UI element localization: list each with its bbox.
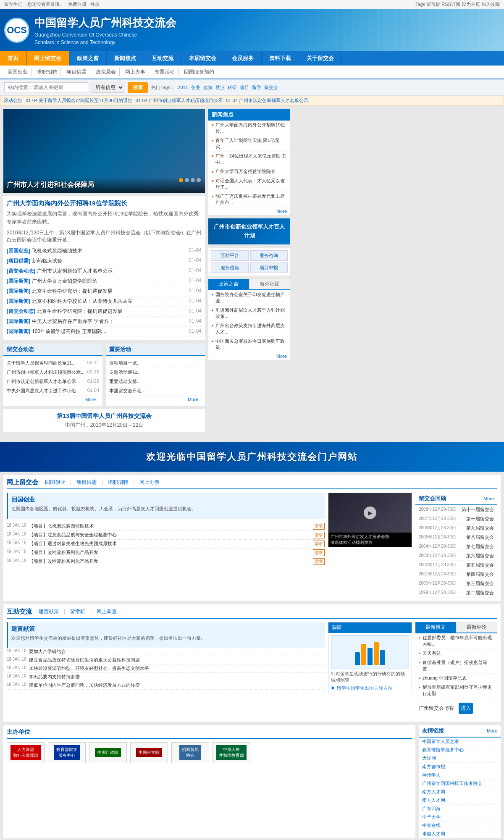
dynamic-item[interactable]: 广州市认定创新领军人才名单公示... 01-26 [7,377,99,386]
links-item[interactable]: 广东四海 [419,805,501,813]
news-focus-more[interactable]: More [208,207,290,215]
service-icon-consult[interactable]: 业务咨询 [250,250,288,261]
login-link[interactable]: 登录 [90,2,100,7]
tag-research[interactable]: 科研 [228,85,237,90]
nav-policy[interactable]: 政策之窗 [69,51,107,66]
service-icon-project[interactable]: 项目申报 [250,262,288,273]
activity-item[interactable]: 本届留交会日程... [109,386,202,396]
tags-link[interactable]: Tags [415,2,425,7]
service-icon-platform[interactable]: 互助平台 [211,250,249,261]
nav-member[interactable]: 会员服务 [224,51,262,66]
slider-dot-3[interactable] [191,178,195,182]
section3-tab-suggest[interactable]: 建言献策 [39,608,59,615]
links-item[interactable]: 南方都市报 [419,763,501,771]
tag-convention[interactable]: 留交会 [264,85,278,90]
policy-item[interactable]: 中国海关总署核准今日实施购车政策... [208,337,290,352]
suggest-item[interactable]: 18 JAN 10 加快建设资源节约型、环境友好型社会，提高生态文明水平 [7,664,325,673]
section2-tab-projects[interactable]: 项目供需 [76,479,97,486]
links-item[interactable]: 神州学人 [419,771,501,780]
policy-more-link[interactable]: More [208,352,290,360]
news-item[interactable]: [留交会动态]广州市认定创新领军人才名单公示 01-04 [7,266,202,276]
tag-2011[interactable]: 2011 [178,85,188,90]
news-focus-item[interactable]: 对话全国人大代表：才人亿元以省厅了... [208,176,290,192]
nav-download[interactable]: 资料下载 [262,51,299,66]
section2-tab-return[interactable]: 回国创业 [45,479,65,486]
slider-dot-1[interactable] [179,178,183,182]
news-item[interactable]: [国际新闻]北京生命科学研究所：提机遇促发展 01-04 [7,286,202,297]
review-item[interactable]: 2006年12月28-30日 第九届留交会 [415,524,497,533]
suggest-item[interactable]: 18 JAN 10 降低单位国内生产总值能耗，加快经济发展方式的转变 [7,681,325,690]
project-item[interactable]: 18 JAN 10 【项目】改性淀粉系列化产品开发 需求 [7,557,325,566]
dynamic-more-link[interactable]: More [7,396,99,403]
subnav-service[interactable]: 回国服务预约 [181,68,218,76]
dynamic-item[interactable]: 关于留学人员报名时间延长至11... 03-11 [7,359,99,368]
activity-item[interactable]: 专题活动通知... [109,368,202,377]
links-item[interactable]: 中华大学 [419,813,501,822]
subnav-return[interactable]: 回国创业 [4,68,32,76]
message-link[interactable]: 留言板 [426,2,440,7]
register-link[interactable]: 免费注册 [68,2,87,7]
video-play-button[interactable]: ▶ [364,507,376,519]
links-more[interactable]: More [487,728,497,733]
blog-tab-comments[interactable]: 最新评论 [457,622,498,633]
review-item[interactable]: 2008年12月28-30日 第十一届留交会 [415,505,497,514]
links-item[interactable]: 大洋网 [419,754,501,763]
links-item[interactable]: 教育部留学服务中心 [419,746,501,754]
bookmark-link[interactable]: 加入收藏 [481,2,500,7]
review-item[interactable]: 2004年12月28-30日 第七届留交会 [415,542,497,551]
tag-employment[interactable]: 就业 [215,85,225,90]
project-item[interactable]: 18 JAN 10 【项目】改性淀粉系列化产品开发 需求 [7,549,325,557]
blog-item[interactable]: 肖循基准量（砒户）招收惠普等害... [415,658,497,674]
review-item[interactable]: 2001年12月28-30日 第四届留交会 [415,570,497,579]
policy-tab-policy[interactable]: 政策之窗 [208,279,249,289]
policy-item[interactable]: 广州出台政策支持引进海外高层次人才... [208,321,290,337]
news-focus-item[interactable]: 张广宁万庆良候桂茶林发元和出席广州市... [208,192,290,207]
news-item[interactable]: [回国创业]飞机老式装西辅助技术 01-04 [7,246,202,256]
links-item[interactable]: 中青在线 [419,822,501,830]
policy-tab-overseas[interactable]: 海外社团 [249,279,291,289]
article-title[interactable]: 广州大学面向海内外公开招聘19位学院院长 [7,200,202,207]
news-item[interactable]: [国际新闻]北京协和医科大学校长从：从养猪女儿兵从军 01-04 [7,297,202,307]
search-scope-select[interactable]: 所有信息 [92,82,124,93]
news-focus-item[interactable]: 青年千人计划明年实施 限1亿元实... [208,136,290,152]
section2-tab-online[interactable]: 网上办事 [139,479,160,486]
tag-policy[interactable]: 政策 [203,85,213,90]
links-item[interactable]: 卓越人才网 [419,830,501,838]
review-item[interactable]: 2007年12月28-30日 第十届留交会 [415,514,497,524]
notice-item-2[interactable]: 01-04 广州市创业领军人才积压顶项目公示 [136,97,223,104]
activity-item[interactable]: 重要活动安排... [109,377,202,386]
blog-item[interactable]: 天天有益 [415,649,497,658]
news-focus-item[interactable]: 广州大学面向海内外公开招聘19位位... [208,121,290,136]
search-button[interactable]: 搜索 [128,82,148,93]
blog-item[interactable]: zhuang 中国留存已志 [415,674,497,683]
subnav-jobs[interactable]: 求职招聘 [34,68,61,76]
news-focus-item[interactable]: 广州：24位出现才人来亿元资助 其中... [208,152,290,167]
video-player[interactable]: ▶ 广州市海外高层次人才座谈会暨健康体检活动顺利举办 [328,493,412,547]
subnav-topics[interactable]: 专题活动 [151,68,178,76]
links-item[interactable]: 南方人才网 [419,788,501,796]
review-item[interactable]: 1999年12月28-30日 第二届留交会 [415,588,497,598]
nav-current-convention[interactable]: 本届留交会 [181,51,224,66]
subnav-expo[interactable]: 虚拟展会 [92,68,120,76]
nav-news[interactable]: 新闻焦点 [107,51,144,66]
news-item[interactable]: [国际新闻]广州大学百万金招贷学院院长 01-04 [7,276,202,286]
project-item[interactable]: 18 JAN 10 【项目】通过对多失准生物光失团成原技术 需求 [7,540,325,549]
review-item[interactable]: 2003年12月28-30日 第六届留交会 [415,551,497,561]
section3-tab-analysis[interactable]: 留学析 [70,608,85,615]
subnav-projects[interactable]: 项目供需 [63,68,90,76]
review-more[interactable]: More [483,496,494,501]
service-icon-mailbox[interactable]: 服务信箱 [211,262,249,273]
nav-about[interactable]: 关于留交会 [299,51,342,66]
nav-home[interactable]: 首页 [0,51,26,66]
dynamic-item[interactable]: 广州市创业领军人才积压顶项目公示... 02-16 [7,368,99,377]
notice-item-1[interactable]: 01-04 关于留学人员报名时间延长至11月30日的通告 [26,97,132,104]
nav-interaction[interactable]: 互动交流 [144,51,181,66]
blog-item[interactable]: 解放军新疆军军部相动守互护弹进行定型 [415,683,497,698]
mid-article-title[interactable]: 第13届中国留学人员广州科技交流会 [7,412,202,420]
notice-item-3[interactable]: 01-04 广州市认定创新领军人才名单公示 [226,97,308,104]
project-item[interactable]: 18 JAN 10 【项目】注意食品品质与安全全程检测中心 需求 [7,531,325,540]
section3-tab-survey[interactable]: 网上调查 [97,608,117,615]
search-input[interactable] [4,82,88,92]
activity-item[interactable]: 活动项目一览... [109,359,202,368]
slider-dot-2[interactable] [185,178,189,182]
